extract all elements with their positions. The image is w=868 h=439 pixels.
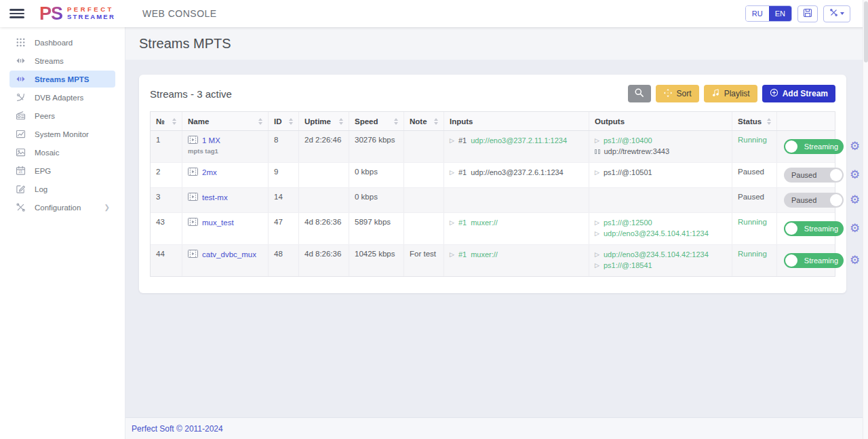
sidebar-item-label: Dashboard (35, 39, 73, 47)
playlist-button[interactable]: Playlist (704, 85, 757, 102)
sidebar-item-streams[interactable]: Streams (9, 52, 115, 69)
sidebar-item-streams-mpts[interactable]: Streams MPTS (9, 71, 115, 88)
stream-name-link[interactable]: test-mx (202, 193, 228, 202)
lang-en-button[interactable]: EN (769, 6, 791, 21)
column-header-uptime[interactable]: Uptime (299, 112, 349, 130)
sidebar-item-configuration[interactable]: Configuration❯ (9, 199, 115, 216)
stream-toggle[interactable]: Streaming (784, 253, 844, 268)
table-row: 2 2mx 9 0 kbps ▷#1 udp://eno3@237.2.6.1:… (151, 163, 835, 188)
cell-name: mux_test (182, 213, 269, 244)
stream-toggle[interactable]: Paused (784, 168, 844, 183)
table-row: 3 test-mx 14 0 kbps Paused Paused ⚙ (151, 188, 835, 213)
sidebar-item-peers[interactable]: Peers (9, 107, 115, 124)
film-strip-icon (188, 250, 198, 259)
settings-gear-icon[interactable]: ⚙ (850, 194, 860, 206)
sidebar-item-dashboard[interactable]: Dashboard (9, 34, 115, 51)
stream-toggle[interactable]: Streaming (784, 221, 844, 236)
sort-arrows-icon[interactable] (289, 118, 293, 125)
scrollbar-thumb[interactable] (864, 1, 868, 62)
film-strip-icon (188, 168, 198, 177)
brand-ps-monogram: PS (39, 3, 62, 24)
brand-logo[interactable]: PS PERFECT STREAMER (39, 3, 115, 24)
sidebar-item-mosaic[interactable]: Mosaic (9, 144, 115, 161)
input-index: #1 (458, 218, 467, 229)
cell-id: 48 (269, 245, 299, 276)
stream-name-link[interactable]: catv_dvbc_mux (202, 250, 256, 259)
sidebar-item-dvb-adapters[interactable]: DVB Adapters (9, 89, 115, 106)
output-line: ▷ ps1://@:10400 (595, 136, 726, 147)
table-row: 43 mux_test 47 4d 8:26:36 5897 kbps ▷#1 … (151, 213, 835, 245)
column-header-label: Name (188, 117, 209, 126)
stream-toggle[interactable]: Streaming (784, 139, 844, 154)
settings-gear-icon[interactable]: ⚙ (850, 140, 860, 152)
play-marker-icon[interactable]: ▷ (595, 168, 599, 177)
play-marker-icon[interactable]: ▷ (450, 250, 454, 259)
stream-toggle[interactable]: Paused (784, 193, 844, 208)
column-header-note[interactable]: Note (404, 112, 444, 130)
tools-dropdown-button[interactable] (823, 5, 850, 22)
tools-icon (15, 202, 26, 213)
column-header--[interactable]: № (151, 112, 182, 130)
stream-name-link[interactable]: mux_test (202, 218, 234, 227)
cell-name: 2mx (182, 163, 269, 187)
sort-arrows-icon[interactable] (172, 118, 176, 125)
column-header-name[interactable]: Name (182, 112, 269, 130)
sidebar-item-system-monitor[interactable]: System Monitor (9, 126, 115, 142)
sort-arrows-icon[interactable] (339, 118, 343, 125)
play-marker-icon[interactable]: ▷ (595, 136, 599, 145)
pause-marker-icon[interactable] (595, 149, 600, 154)
chevron-down-icon (840, 12, 844, 15)
cell-name: catv_dvbc_mux (182, 245, 269, 276)
output-line: ▷ udp://eno3@234.5.104.41:1234 (595, 229, 726, 240)
input-index: #1 (458, 168, 467, 178)
sidebar-item-epg[interactable]: 15 EPG (9, 162, 115, 179)
sort-button[interactable]: Sort (656, 85, 699, 102)
hamburger-menu-icon[interactable] (9, 9, 24, 18)
sort-arrows-icon[interactable] (258, 118, 262, 125)
page-header: Streams MPTS (125, 27, 868, 60)
stream-name-link[interactable]: 1 MX (202, 136, 220, 145)
streams-table: №NameIDUptimeSpeedNoteInputsOutputsStatu… (150, 111, 835, 277)
radio-icon (15, 111, 26, 121)
play-marker-icon[interactable]: ▷ (450, 136, 454, 145)
toggle-knob (785, 140, 797, 153)
cell-controls: Paused ⚙ (777, 163, 865, 187)
play-marker-icon[interactable]: ▷ (595, 218, 599, 227)
output-url: ps1://@:10400 (604, 136, 652, 147)
play-marker-icon[interactable]: ▷ (595, 250, 599, 259)
vertical-scrollbar[interactable] (863, 0, 868, 439)
add-stream-button[interactable]: Add Stream (762, 85, 835, 102)
sort-arrows-icon[interactable] (767, 118, 771, 125)
cell-number: 1 (151, 131, 182, 162)
settings-gear-icon[interactable]: ⚙ (850, 254, 860, 266)
output-url: udp://eno3@234.5.104.41:1234 (604, 229, 709, 240)
settings-gear-icon[interactable]: ⚙ (850, 169, 860, 180)
settings-gear-icon[interactable]: ⚙ (850, 223, 860, 234)
edit-icon (15, 184, 26, 195)
cell-uptime: 4d 8:26:36 (299, 213, 349, 244)
sidebar-item-label: Peers (35, 112, 55, 120)
play-marker-icon[interactable]: ▷ (450, 168, 454, 177)
cell-id: 9 (269, 163, 299, 187)
sidebar-item-log[interactable]: Log (9, 180, 115, 197)
sort-arrows-icon[interactable] (394, 118, 398, 125)
column-header-status[interactable]: Status (732, 112, 777, 130)
play-marker-icon[interactable]: ▷ (595, 229, 599, 238)
sort-arrows-icon[interactable] (434, 118, 438, 125)
play-marker-icon[interactable]: ▷ (450, 218, 454, 227)
play-marker-icon[interactable]: ▷ (595, 261, 599, 270)
search-button[interactable] (628, 85, 651, 102)
save-button[interactable] (797, 5, 818, 22)
column-header-id[interactable]: ID (269, 112, 299, 130)
language-switcher: RU EN (745, 5, 792, 22)
column-header-speed[interactable]: Speed (349, 112, 404, 130)
input-line: ▷#1 muxer:// (450, 250, 583, 261)
music-note-icon (711, 88, 720, 99)
output-url: ps1://@:10501 (604, 168, 652, 178)
cell-number: 2 (151, 163, 182, 187)
stream-name-link[interactable]: 2mx (202, 168, 217, 176)
lang-ru-button[interactable]: RU (746, 6, 769, 21)
input-line: ▷#1 udp://eno3@237.2.11.1:1234 (450, 136, 583, 147)
toggle-knob (785, 254, 797, 267)
copyright-link[interactable]: Perfect Soft © 2011-2024 (132, 424, 223, 434)
